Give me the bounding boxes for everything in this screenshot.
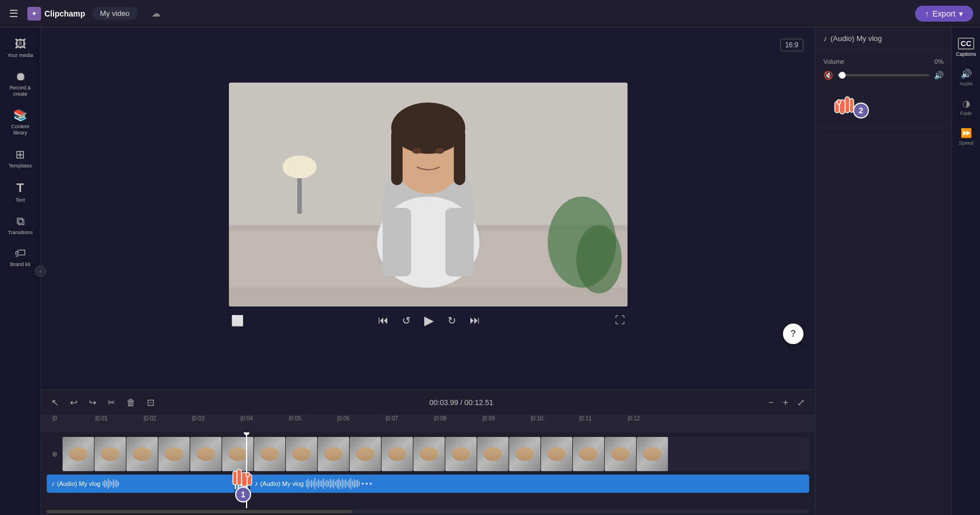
ruler-mark-12: |0:12 xyxy=(628,415,640,422)
ruler-mark-9: |0:09 xyxy=(482,415,495,422)
export-frame-button[interactable]: ⊡ xyxy=(143,395,158,410)
ruler-mark-11: |0:11 xyxy=(579,415,592,422)
split-handle-left[interactable] xyxy=(235,478,236,489)
brand-kit-icon: 🏷 xyxy=(15,247,26,260)
sidebar-item-your-media[interactable]: 🖼 Your media xyxy=(2,33,39,63)
caption-toggle-button[interactable]: ⬜ xyxy=(229,312,246,329)
skip-back-button[interactable]: ⏮ xyxy=(376,312,391,329)
sidebar-item-label-templates: Templates xyxy=(9,163,32,169)
logo: ✦ Clipchamp xyxy=(27,7,85,21)
sidebar-item-label-transitions: Transitions xyxy=(8,230,33,236)
volume-label: Volume xyxy=(823,58,844,65)
volume-slider[interactable] xyxy=(838,74,929,76)
export-button[interactable]: ↑ Export ▾ xyxy=(915,6,973,22)
controls-center: ⏮ ↺ ▶ ↻ ⏭ xyxy=(376,311,482,330)
tab-fade[interactable]: ◑ Fade xyxy=(953,93,979,121)
logo-text: Clipchamp xyxy=(44,9,85,18)
playback-controls: ⬜ ⏮ ↺ ▶ ↻ ⏭ ⛶ xyxy=(212,306,645,335)
svg-rect-16 xyxy=(383,208,411,276)
export-icon: ↑ xyxy=(925,9,929,18)
sidebar-item-record-create[interactable]: ⏺ Record &create xyxy=(2,66,39,102)
volume-row: 🔇 🔊 xyxy=(823,71,944,80)
play-button[interactable]: ▶ xyxy=(422,311,436,330)
video-frame-svg xyxy=(229,83,628,306)
sidebar-item-text[interactable]: T Text xyxy=(2,176,39,208)
video-thumbnails xyxy=(63,437,809,471)
speed-icon: ⏩ xyxy=(961,128,972,138)
select-tool-button[interactable]: ↖ xyxy=(48,395,62,410)
hand-cursor-2-icon xyxy=(829,85,858,120)
ruler-mark-3: |0:03 xyxy=(192,415,204,422)
svg-rect-25 xyxy=(850,99,854,112)
aspect-ratio-badge: 16:9 xyxy=(780,39,803,51)
playhead-handle[interactable] xyxy=(244,432,249,435)
volume-cursor-badge: 2 xyxy=(853,103,869,118)
audio-track-2[interactable]: ♪ (Audio) My vlog xyxy=(250,475,809,493)
volume-section: Volume 0% 🔇 🔊 xyxy=(815,50,952,128)
tab-captions[interactable]: CC Captions xyxy=(953,33,979,62)
sidebar-item-label-your-media: Your media xyxy=(7,52,33,59)
time-separator: / xyxy=(460,398,464,407)
sidebar-item-label-brand-kit: Brand kit xyxy=(10,261,31,268)
panel-title-icon: ♪ xyxy=(823,34,827,43)
audio-track-1[interactable]: ♪ (Audio) My vlog xyxy=(47,475,249,493)
svg-rect-24 xyxy=(845,97,850,113)
sidebar-item-templates[interactable]: ⊞ Templates xyxy=(2,143,39,174)
tab-captions-label: Captions xyxy=(956,51,977,57)
zoom-in-button[interactable]: + xyxy=(780,395,792,410)
ruler-mark-6: |0:06 xyxy=(337,415,350,422)
tab-label: My video xyxy=(100,9,130,18)
split-handle-right[interactable] xyxy=(237,478,239,489)
audio-track-2-icon: ♪ xyxy=(255,480,258,488)
audio-waveform-2 xyxy=(306,478,805,489)
fade-icon: ◑ xyxy=(962,98,970,109)
split-arrow-right[interactable]: ▶ xyxy=(240,481,245,487)
topbar: ☰ ✦ Clipchamp My video ☁ ↑ Export ▾ xyxy=(0,0,980,27)
cloud-icon: ☁ xyxy=(151,8,161,19)
thumb-frame xyxy=(413,437,445,471)
help-button[interactable]: ? xyxy=(783,324,803,344)
total-time: 00:12.51 xyxy=(465,398,494,407)
ruler-mark-2: |0:02 xyxy=(143,415,156,422)
svg-rect-26 xyxy=(835,101,839,113)
video-track[interactable]: ⊕ xyxy=(47,437,809,471)
zoom-out-button[interactable]: − xyxy=(765,395,777,410)
volume-thumb[interactable] xyxy=(839,72,846,79)
skip-forward-button[interactable]: ⏭ xyxy=(468,312,482,329)
timeline-toolbar: ↖ ↩ ↪ ✂ 🗑 ⊡ 00:03.99 / 00:12.51 − + ⤢ xyxy=(41,390,815,415)
sidebar-item-transitions[interactable]: ⧉ Transitions xyxy=(2,210,39,240)
svg-rect-11 xyxy=(391,128,403,185)
video-track-add[interactable]: ⊕ xyxy=(47,437,63,471)
forward-button[interactable]: ↻ xyxy=(445,312,458,329)
right-icon-tabs: CC Captions 🔊 Audio ◑ Fade ⏩ Speed xyxy=(952,27,980,515)
timeline-scrollbar[interactable] xyxy=(41,508,815,515)
svg-point-5 xyxy=(576,225,622,293)
expand-timeline-button[interactable]: ⤢ xyxy=(794,395,808,410)
redo-button[interactable]: ↪ xyxy=(85,395,100,410)
ruler-mark-0: |0 xyxy=(52,415,57,422)
tab-audio[interactable]: 🔊 Audio xyxy=(953,64,979,91)
sidebar-item-brand-kit[interactable]: 🏷 Brand kit xyxy=(2,242,39,272)
playhead[interactable] xyxy=(246,432,247,508)
thumb-frame xyxy=(605,437,636,471)
svg-rect-12 xyxy=(454,128,465,185)
sidebar-item-content-library[interactable]: 📚 Contentlibrary xyxy=(2,104,39,141)
undo-button[interactable]: ↩ xyxy=(67,395,81,410)
delete-button[interactable]: 🗑 xyxy=(123,395,139,410)
sidebar-collapse-button[interactable]: › xyxy=(35,265,46,277)
export-chevron-icon: ▾ xyxy=(959,9,963,18)
topbar-left: ☰ ✦ Clipchamp My video ☁ xyxy=(7,5,161,22)
rewind-button[interactable]: ↺ xyxy=(400,312,413,329)
audio-track-1-icon: ♪ xyxy=(51,480,55,488)
zoom-controls: − + ⤢ xyxy=(765,395,808,410)
thumb-frame xyxy=(95,437,126,471)
tab-speed[interactable]: ⏩ Speed xyxy=(953,123,979,150)
panel-header: ♪ (Audio) My vlog xyxy=(815,27,952,50)
hamburger-menu-button[interactable]: ☰ xyxy=(7,5,20,22)
video-tab[interactable]: My video xyxy=(92,7,138,20)
scrollbar-thumb[interactable] xyxy=(47,510,352,513)
cut-button[interactable]: ✂ xyxy=(104,395,118,410)
fullscreen-button[interactable]: ⛶ xyxy=(613,312,628,329)
panel-title: (Audio) My vlog xyxy=(831,34,882,43)
ruler-marks: |0 |0:01 |0:02 |0:03 |0:04 |0:05 |0:06 |… xyxy=(47,415,815,430)
